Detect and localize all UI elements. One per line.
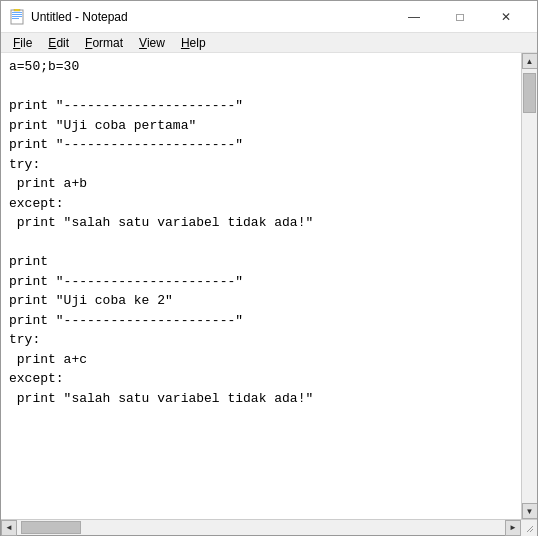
- menu-view[interactable]: View: [131, 34, 173, 52]
- menu-help[interactable]: Help: [173, 34, 214, 52]
- notepad-icon: [9, 9, 25, 25]
- vertical-scrollbar: ▲ ▼: [521, 53, 537, 519]
- maximize-button[interactable]: □: [437, 1, 483, 33]
- horizontal-scrollbar: ◄ ►: [1, 520, 521, 535]
- scroll-down-button[interactable]: ▼: [522, 503, 538, 519]
- bottom-bar: ◄ ►: [1, 519, 537, 535]
- title-bar: Untitled - Notepad — □ ✕: [1, 1, 537, 33]
- window-title: Untitled - Notepad: [31, 10, 128, 24]
- svg-rect-1: [12, 12, 22, 13]
- svg-rect-4: [12, 18, 19, 19]
- svg-rect-5: [14, 9, 20, 11]
- scroll-thumb-horizontal[interactable]: [21, 521, 81, 534]
- close-button[interactable]: ✕: [483, 1, 529, 33]
- menu-edit[interactable]: Edit: [40, 34, 77, 52]
- resize-icon: [524, 523, 534, 533]
- editor-area: a=50;b=30 print "----------------------"…: [1, 53, 537, 519]
- title-left: Untitled - Notepad: [9, 9, 128, 25]
- scroll-left-button[interactable]: ◄: [1, 520, 17, 536]
- menu-format[interactable]: Format: [77, 34, 131, 52]
- notepad-window: Untitled - Notepad — □ ✕ File Edit Forma…: [0, 0, 538, 536]
- minimize-button[interactable]: —: [391, 1, 437, 33]
- menu-file[interactable]: File: [5, 34, 40, 52]
- scroll-thumb-vertical[interactable]: [523, 73, 536, 113]
- svg-line-7: [530, 529, 533, 532]
- title-buttons: — □ ✕: [391, 1, 529, 33]
- scroll-track-vertical[interactable]: [522, 69, 537, 503]
- menu-bar: File Edit Format View Help: [1, 33, 537, 53]
- scroll-right-button[interactable]: ►: [505, 520, 521, 536]
- svg-line-6: [527, 526, 533, 532]
- svg-rect-2: [12, 14, 22, 15]
- resize-corner[interactable]: [521, 520, 537, 536]
- scroll-track-horizontal[interactable]: [17, 520, 505, 535]
- scroll-up-button[interactable]: ▲: [522, 53, 538, 69]
- text-editor[interactable]: a=50;b=30 print "----------------------"…: [1, 53, 521, 519]
- svg-rect-3: [12, 16, 22, 17]
